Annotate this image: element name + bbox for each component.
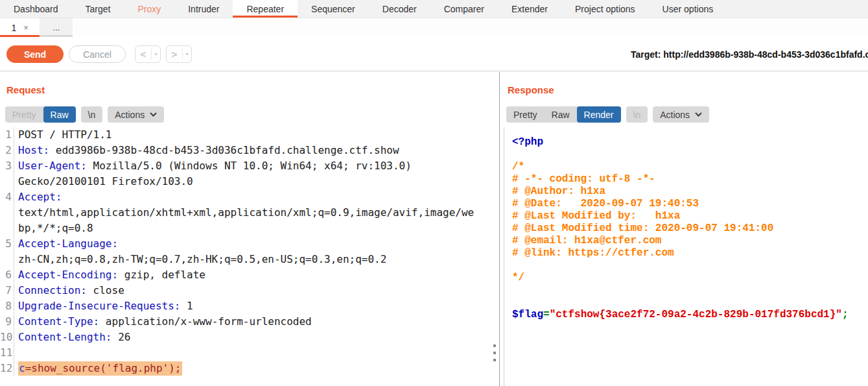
response-line xyxy=(512,296,868,309)
response-line xyxy=(512,284,868,296)
request-line: 10Content-Length: 26 xyxy=(0,330,499,345)
menu-item-project-options[interactable]: Project options xyxy=(561,0,649,18)
code-segment: close xyxy=(87,284,124,296)
code-segment: Host: xyxy=(18,144,49,156)
body-param-highlight: c=show_source('flag.php'); xyxy=(18,361,182,376)
request-line: 7Connection: close xyxy=(0,283,499,298)
repeater-tab-1[interactable]: 1 × xyxy=(0,18,40,37)
editor-panels: Request PrettyRaw\nActions 1POST / HTTP/… xyxy=(0,72,868,386)
menubar: DashboardTargetProxyIntruderRepeaterSequ… xyxy=(0,0,868,18)
response-line: /* xyxy=(512,161,868,173)
pill-group: Actions xyxy=(653,106,709,123)
code-segment: c xyxy=(19,362,25,374)
pill-label: Raw xyxy=(51,110,69,120)
code-segment: <?php xyxy=(512,136,543,148)
code-segment: Content-Length: xyxy=(18,331,112,343)
line-number: 3 xyxy=(0,158,14,174)
pill-label: \n xyxy=(633,110,641,120)
request-line: 1POST / HTTP/1.1 xyxy=(0,127,499,143)
send-button[interactable]: Send xyxy=(6,45,64,63)
menu-item-repeater[interactable]: Repeater xyxy=(233,0,298,18)
request-line: Gecko/20100101 Firefox/103.0 xyxy=(0,174,499,189)
code-segment: 1 xyxy=(180,300,193,312)
pill-group: Actions xyxy=(108,106,164,123)
line-text: Gecko/20100101 Firefox/103.0 xyxy=(14,174,193,189)
pill-group: PrettyRawRender xyxy=(506,106,621,123)
pill-label: Pretty xyxy=(12,110,36,120)
tab-more[interactable]: ... xyxy=(40,18,73,37)
pill-label: Pretty xyxy=(513,110,537,120)
code-segment: Accept-Language: xyxy=(18,237,118,250)
response-tab-actions[interactable]: Actions xyxy=(653,106,709,123)
pill-group: \n xyxy=(81,106,103,123)
line-number: 4 xyxy=(0,189,14,205)
code-segment: application/x-www-form-urlencoded xyxy=(99,315,312,328)
code-segment: = xyxy=(543,309,550,320)
tab-close-icon[interactable]: × xyxy=(23,23,28,32)
code-segment: Mozilla/5.0 (Windows NT 10.0; Win64; x64… xyxy=(87,160,412,172)
code-segment: =show_source('flag.php'); xyxy=(25,362,182,374)
chevron-down-icon xyxy=(695,112,702,117)
request-tab-n[interactable]: \n xyxy=(81,106,103,123)
code-segment: Connection: xyxy=(18,284,87,296)
target-url-bar: Target: http://edd3986b-938b-48cd-b453-3… xyxy=(631,49,868,60)
response-line: */ xyxy=(512,272,868,284)
forward-button[interactable]: > ▾ xyxy=(166,45,192,63)
request-editor[interactable]: 1POST / HTTP/1.12Host: edd3986b-938b-48c… xyxy=(0,127,499,386)
code-segment: zh-CN,zh;q=0.8,zh-TW;q=0.7,zh-HK;q=0.5,e… xyxy=(18,253,386,265)
line-text: bp,*/*;q=0.8 xyxy=(14,221,93,236)
menu-item-sequencer[interactable]: Sequencer xyxy=(298,0,369,18)
response-line: $flag="ctfshow{3ace2f72-09a2-4c2b-829b-0… xyxy=(512,309,868,321)
target-url: http://edd3986b-938b-48cd-b453-3d036c1bf… xyxy=(663,49,868,60)
pill-group: PrettyRaw xyxy=(5,106,76,123)
line-text: Connection: close xyxy=(14,283,124,298)
code-segment: "ctfshow{3ace2f72-09a2-4c2b-829b-017fd37… xyxy=(550,309,842,320)
request-line: 2Host: edd3986b-938b-48cd-b453-3d036c1bf… xyxy=(0,143,499,158)
line-number: 1 xyxy=(0,127,14,143)
tab-label: 1 xyxy=(12,23,17,33)
line-number: 7 xyxy=(0,283,14,298)
pill-label: Render xyxy=(584,110,614,120)
line-number: 9 xyxy=(0,314,14,330)
response-line xyxy=(512,149,868,161)
code-segment: gzip, deflate xyxy=(118,269,205,281)
response-tab-pretty[interactable]: Pretty xyxy=(506,106,545,123)
response-tab-raw[interactable]: Raw xyxy=(545,106,577,123)
code-segment: User-Agent: xyxy=(18,160,87,172)
menu-item-extender[interactable]: Extender xyxy=(498,0,561,18)
request-line: 5Accept-Language: xyxy=(0,236,499,252)
repeater-tab-row: 1 × ... xyxy=(0,18,868,37)
back-button[interactable]: < ▾ xyxy=(135,45,161,63)
line-text: Host: edd3986b-938b-48cd-b453-3d036c1bfa… xyxy=(14,143,399,158)
request-panel: Request PrettyRaw\nActions 1POST / HTTP/… xyxy=(0,72,500,386)
pill-label: Actions xyxy=(660,110,690,120)
code-segment: # @Last Modified time: 2020-09-07 19:41:… xyxy=(512,223,773,234)
line-text: Accept-Language: xyxy=(14,236,118,252)
menu-item-comparer[interactable]: Comparer xyxy=(430,0,498,18)
response-line: # -*- coding: utf-8 -*- xyxy=(512,173,868,186)
code-segment: /* xyxy=(512,161,524,173)
request-line: zh-CN,zh;q=0.8,zh-TW;q=0.7,zh-HK;q=0.5,e… xyxy=(0,252,499,267)
line-text: Content-Length: 26 xyxy=(14,330,130,345)
menu-item-intruder[interactable]: Intruder xyxy=(174,0,233,18)
pill-group: \n xyxy=(626,106,648,123)
line-number: 8 xyxy=(0,298,14,314)
request-tab-actions[interactable]: Actions xyxy=(108,106,164,123)
forward-dropdown-caret-icon[interactable]: ▾ xyxy=(183,46,191,62)
response-panel-title: Response xyxy=(508,84,554,95)
menu-item-dashboard[interactable]: Dashboard xyxy=(0,0,72,18)
menu-item-proxy[interactable]: Proxy xyxy=(124,0,174,18)
menu-item-user-options[interactable]: User options xyxy=(649,0,727,18)
request-tab-raw[interactable]: Raw xyxy=(43,106,76,123)
code-segment: Accept: xyxy=(18,191,62,203)
line-text: Accept-Encoding: gzip, deflate xyxy=(14,267,205,283)
menu-item-decoder[interactable]: Decoder xyxy=(369,0,430,18)
response-tab-render[interactable]: Render xyxy=(577,106,621,123)
panel-divider-grip-icon[interactable] xyxy=(493,344,497,361)
code-segment: 26 xyxy=(112,331,131,343)
back-dropdown-caret-icon[interactable]: ▾ xyxy=(152,46,160,62)
line-number: 10 xyxy=(0,330,14,345)
code-segment: Upgrade-Insecure-Requests: xyxy=(18,300,180,312)
cancel-button[interactable]: Cancel xyxy=(69,45,126,63)
menu-item-target[interactable]: Target xyxy=(72,0,124,18)
